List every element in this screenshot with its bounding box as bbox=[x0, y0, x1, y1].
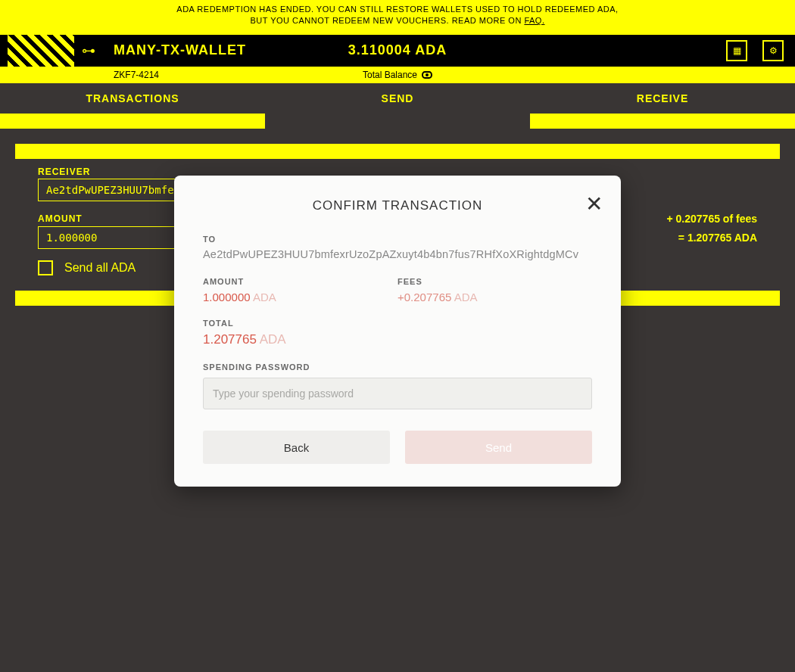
to-value: Ae2tdPwUPEZ3HUU7bmfexrUzoZpAZxuyt4b4bn7f… bbox=[203, 248, 592, 260]
modal-amount-label: AMOUNT bbox=[203, 277, 398, 286]
back-button[interactable]: Back bbox=[203, 431, 390, 464]
modal-overlay: CONFIRM TRANSACTION ✕ TO Ae2tdPwUPEZ3HUU… bbox=[0, 0, 795, 672]
modal-total-label: TOTAL bbox=[203, 319, 592, 328]
modal-amount-value: 1.000000 ADA bbox=[203, 291, 398, 303]
modal-title: CONFIRM TRANSACTION bbox=[203, 198, 592, 213]
modal-total-value: 1.207765 ADA bbox=[203, 332, 592, 347]
spending-password-input[interactable] bbox=[203, 378, 592, 409]
to-label: TO bbox=[203, 235, 592, 244]
send-button[interactable]: Send bbox=[405, 431, 592, 464]
modal-fees-value: +0.207765 ADA bbox=[398, 291, 592, 303]
modal-fees-label: FEES bbox=[398, 277, 592, 286]
spending-password-label: SPENDING PASSWORD bbox=[203, 362, 592, 372]
confirm-transaction-modal: CONFIRM TRANSACTION ✕ TO Ae2tdPwUPEZ3HUU… bbox=[174, 176, 621, 487]
close-icon[interactable]: ✕ bbox=[585, 194, 603, 215]
